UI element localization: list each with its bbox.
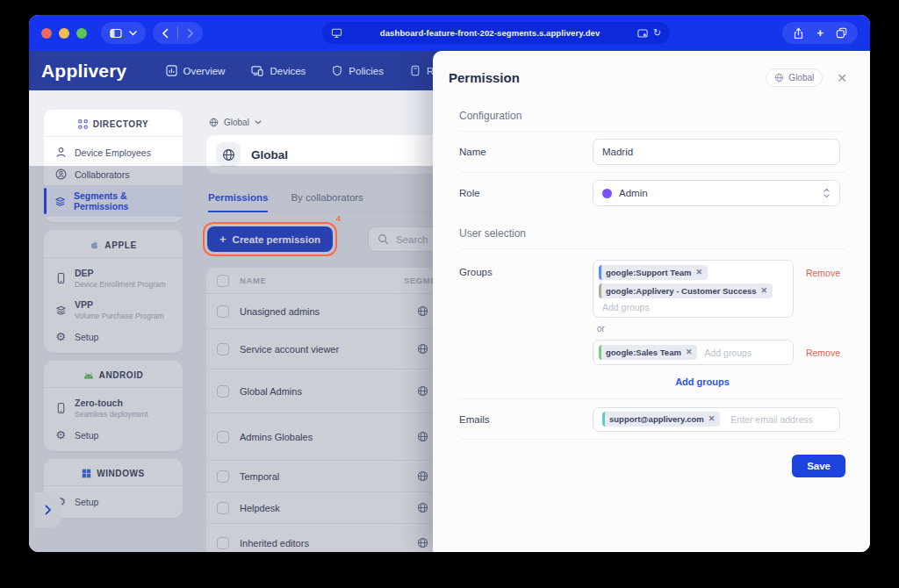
address-bar-actions: ↻: [637, 27, 661, 39]
chip-label: google:Applivery - Customer Success: [606, 286, 757, 296]
role-color-dot: [602, 189, 612, 198]
nav-item-overview[interactable]: Overview: [166, 65, 226, 76]
select-arrows-icon: [823, 188, 831, 198]
sidebar-toggle-icon[interactable]: [110, 27, 122, 39]
emails-label: Emails: [459, 414, 593, 425]
groups-label: Groups: [459, 260, 593, 277]
group-chip: google:Applivery - Customer Success ✕: [599, 283, 773, 298]
extension-icon[interactable]: [637, 29, 648, 38]
chip-remove-icon[interactable]: ✕: [695, 269, 702, 276]
nav-item-devices[interactable]: Devices: [251, 65, 306, 76]
group-chip: google:Sales Team ✕: [599, 345, 697, 360]
chevron-down-icon: [255, 120, 262, 125]
group-set-input[interactable]: google:Sales Team ✕ Add groups: [593, 340, 794, 365]
role-value: Admin: [619, 188, 648, 198]
email-input[interactable]: support@applivery.com ✕ Enter email addr…: [593, 407, 840, 432]
browser-window: dashboard-feature-front-202-segments.s.a…: [29, 15, 870, 552]
overview-icon: [166, 65, 177, 76]
name-value: Madrid: [602, 147, 633, 157]
scope-badge-label: Global: [788, 73, 814, 82]
nav-label: Policies: [349, 66, 384, 76]
reload-icon[interactable]: ↻: [653, 27, 661, 39]
divider: [177, 27, 178, 39]
traffic-lights: [41, 28, 87, 39]
name-input[interactable]: Madrid: [593, 139, 840, 165]
page-monitor-icon: [331, 27, 342, 39]
address-bar[interactable]: dashboard-feature-front-202-segments.s.a…: [322, 22, 670, 44]
permission-panel: Permission Global ✕ Configuration Name M…: [433, 51, 870, 552]
globe-icon: [209, 118, 219, 127]
chip-label: google:Sales Team: [606, 348, 681, 357]
annotation-number: 4: [336, 214, 341, 223]
sidebar-item-label: Device Employees: [75, 147, 151, 158]
nav-label: Devices: [270, 66, 306, 76]
group-chip: google:Support Team ✕: [599, 265, 708, 280]
close-window-button[interactable]: [41, 28, 52, 39]
close-icon[interactable]: ✕: [837, 72, 847, 84]
configuration-heading: Configuration: [459, 110, 845, 122]
chip-remove-icon[interactable]: ✕: [708, 415, 716, 423]
email-placeholder: Enter email address: [727, 414, 812, 425]
share-icon[interactable]: [793, 27, 804, 39]
person-icon: [54, 147, 67, 158]
devices-icon: [251, 65, 263, 76]
directory-icon: [78, 119, 88, 129]
globe-icon: [216, 142, 241, 167]
chrome-actions: +: [782, 22, 858, 44]
minimize-window-button[interactable]: [59, 28, 69, 39]
url-text: dashboard-feature-front-202-segments.s.a…: [342, 28, 637, 38]
panel-header: Permission Global ✕: [433, 51, 870, 94]
new-tab-icon[interactable]: +: [816, 27, 823, 39]
name-label: Name: [459, 147, 593, 157]
groups-field-row: Groups google:Support Team ✕ google:Appl…: [459, 248, 845, 398]
remove-group-set-link[interactable]: Remove: [806, 268, 840, 278]
email-chip: support@applivery.com ✕: [602, 412, 720, 427]
policies-shield-icon: [332, 65, 342, 76]
name-field-row: Name Madrid: [459, 131, 845, 172]
group-set-input[interactable]: google:Support Team ✕ google:Applivery -…: [593, 260, 794, 318]
panel-title: Permission: [449, 70, 520, 85]
history-nav: [153, 22, 203, 44]
section-title: DIRECTORY: [93, 119, 149, 129]
emails-field-row: Emails support@applivery.com ✕ Enter ema…: [459, 398, 845, 440]
applivery-logo[interactable]: Applivery: [41, 61, 127, 82]
chip-label: support@applivery.com: [609, 414, 704, 424]
sidebar-item-device-employees[interactable]: Device Employees: [44, 141, 183, 163]
tab-overview-icon[interactable]: [836, 27, 847, 39]
add-groups-placeholder: Add groups: [701, 348, 752, 358]
globe-icon: [774, 73, 784, 82]
chip-label: google:Support Team: [606, 268, 691, 277]
save-button[interactable]: Save: [792, 455, 845, 477]
or-separator: or: [597, 324, 840, 333]
chevron-down-icon[interactable]: [129, 31, 137, 36]
remove-group-set-link[interactable]: Remove: [806, 348, 840, 358]
chip-remove-icon[interactable]: ✕: [761, 287, 768, 295]
add-groups-link[interactable]: Add groups: [593, 376, 812, 387]
panel-body: Configuration Name Madrid Role Admin Use…: [433, 94, 870, 477]
sidebar-toggle-group: [101, 22, 146, 44]
zoom-window-button[interactable]: [76, 28, 87, 39]
nav-label: Overview: [183, 66, 226, 76]
add-groups-placeholder: Add groups: [599, 302, 650, 312]
scope-badge: Global: [766, 68, 823, 87]
user-selection-heading: User selection: [459, 227, 845, 240]
forward-icon[interactable]: [187, 28, 194, 39]
role-select[interactable]: Admin: [593, 180, 840, 206]
breadcrumb-label: Global: [224, 118, 249, 127]
nav-item-policies[interactable]: Policies: [332, 65, 384, 76]
browser-chrome: dashboard-feature-front-202-segments.s.a…: [29, 15, 870, 51]
scope-title: Global: [251, 148, 288, 161]
resources-document-icon: [410, 65, 421, 76]
chip-remove-icon[interactable]: ✕: [686, 348, 693, 356]
role-field-row: Role Admin: [459, 172, 845, 213]
back-icon[interactable]: [162, 28, 169, 39]
role-label: Role: [459, 188, 593, 198]
